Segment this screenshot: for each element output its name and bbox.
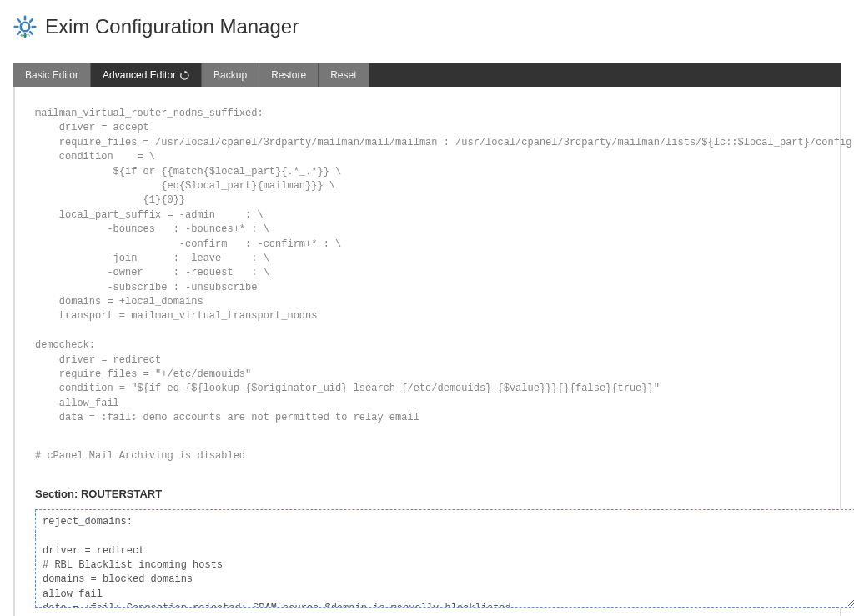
svg-line-6: [30, 32, 33, 34]
tab-reset[interactable]: Reset: [319, 63, 369, 87]
tab-label: Reset: [330, 69, 356, 81]
page-header: exim Exim Configuration Manager: [0, 0, 854, 63]
editor-row: [35, 509, 854, 608]
content-wrap: mailman_virtual_router_nodns_suffixed: d…: [13, 87, 841, 616]
tab-label: Advanced Editor: [103, 69, 176, 81]
archiving-comment: # cPanel Mail Archiving is disabled: [35, 449, 854, 463]
tab-restore[interactable]: Restore: [259, 63, 319, 87]
tab-label: Restore: [271, 69, 306, 81]
svg-line-5: [18, 19, 20, 22]
refresh-icon: [180, 71, 189, 80]
tab-backup[interactable]: Backup: [202, 63, 259, 87]
svg-point-0: [21, 23, 30, 32]
main-panel: mailman_virtual_router_nodns_suffixed: d…: [15, 87, 854, 616]
svg-line-8: [30, 19, 33, 22]
tabs-bar: Basic Editor Advanced Editor Backup Rest…: [13, 63, 841, 87]
routerstart-editor[interactable]: [35, 509, 854, 608]
section-heading-routerstart: Section: ROUTERSTART: [35, 487, 854, 503]
svg-text:exim: exim: [20, 33, 30, 38]
config-readonly-block: mailman_virtual_router_nodns_suffixed: d…: [35, 107, 854, 426]
tab-label: Basic Editor: [25, 69, 78, 81]
tab-basic-editor[interactable]: Basic Editor: [13, 63, 91, 87]
page-title: Exim Configuration Manager: [45, 15, 299, 38]
svg-line-7: [18, 32, 20, 34]
tab-spacer: [369, 63, 841, 87]
tab-advanced-editor[interactable]: Advanced Editor: [91, 63, 202, 87]
tab-label: Backup: [214, 69, 247, 81]
exim-gear-icon: exim: [13, 15, 37, 38]
